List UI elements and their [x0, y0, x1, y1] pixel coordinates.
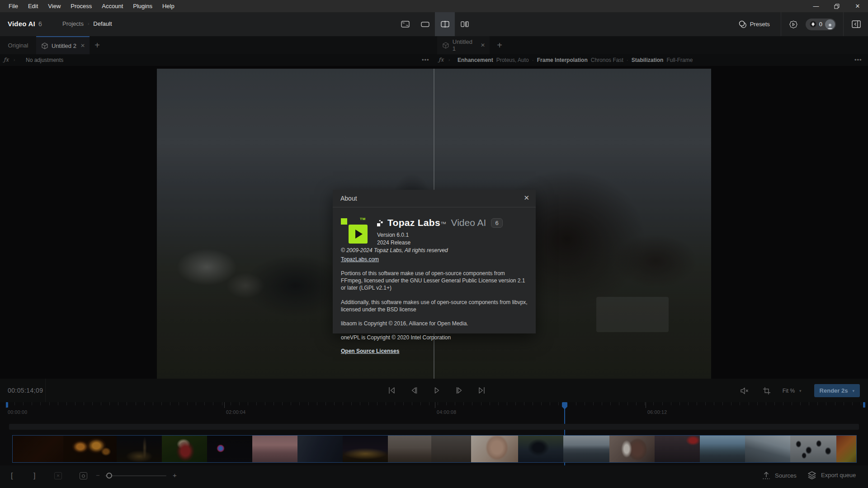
user-icon: [826, 23, 834, 29]
about-dialog-body: TM Topaz Labs TM Video AI 6 Version 6.0.…: [333, 207, 536, 355]
view-mode-fullscreen-button[interactable]: [395, 12, 415, 36]
side-by-side-view-icon: [461, 21, 469, 27]
topaz-logo: TM: [341, 217, 368, 244]
panel-toggle-icon: [852, 20, 861, 28]
restore-button[interactable]: [826, 0, 847, 12]
menu-view[interactable]: View: [43, 0, 66, 12]
presets-icon: [739, 20, 746, 28]
gear-icon: [789, 20, 797, 28]
version-line: Version 6.0.1: [341, 231, 528, 239]
logo-square-small: [341, 218, 347, 225]
app-title: Video AI: [8, 20, 35, 28]
minimize-button[interactable]: —: [806, 0, 826, 12]
menu-account[interactable]: Account: [97, 0, 128, 12]
view-mode-side-by-side-button[interactable]: [455, 12, 475, 36]
license-paragraph: Additionally, this software makes use of…: [341, 299, 528, 313]
license-paragraph: Portions of this software make use of op…: [341, 270, 528, 292]
view-mode-toggles: [395, 12, 475, 36]
breadcrumb-projects[interactable]: Projects: [62, 20, 84, 27]
logo-tm-label: TM: [360, 217, 366, 221]
brand-trademark: TM: [441, 221, 446, 225]
license-paragraph: libaom is Copyright © 2016, Alliance for…: [341, 320, 528, 327]
view-mode-single-button[interactable]: [415, 12, 435, 36]
menu-process[interactable]: Process: [66, 0, 97, 12]
breadcrumb: Projects › Default: [62, 20, 112, 27]
brand-row: Topaz Labs TM Video AI 6: [377, 217, 528, 228]
breadcrumb-separator: ›: [88, 21, 89, 26]
about-dialog: About ✕ TM Topaz Labs TM Video AI 6 Vers…: [333, 190, 536, 333]
restore-icon: [834, 4, 840, 9]
fullscreen-view-icon: [401, 21, 410, 28]
app-version: 6: [38, 20, 42, 28]
about-dialog-title: About: [340, 195, 357, 202]
split-view-icon: [441, 21, 449, 28]
menu-help[interactable]: Help: [157, 0, 179, 12]
play-triangle-icon: [355, 230, 363, 239]
copyright-line: © 2009-2024 Topaz Labs, All rights reser…: [341, 247, 528, 254]
about-dialog-header: About ✕: [333, 190, 536, 207]
app-header: Video AI 6 Projects › Default: [0, 12, 868, 36]
logo-square-play: [349, 225, 368, 244]
menu-plugins[interactable]: Plugins: [128, 0, 157, 12]
avatar[interactable]: [825, 19, 835, 29]
presets-button[interactable]: Presets: [739, 20, 770, 28]
credits-pill[interactable]: 0: [806, 19, 836, 30]
presets-label: Presets: [750, 21, 770, 28]
settings-button[interactable]: [789, 20, 797, 28]
credits-count: 0: [819, 21, 822, 28]
view-mode-split-button[interactable]: [435, 12, 455, 36]
product-name: Video AI: [451, 217, 486, 228]
license-paragraph: oneVPL is Copyright © 2020 Intel Corpora…: [341, 334, 528, 341]
topazlabs-link[interactable]: TopazLabs.com: [341, 256, 379, 263]
breadcrumb-current[interactable]: Default: [93, 20, 112, 27]
release-line: 2024 Release: [341, 239, 528, 247]
close-button[interactable]: ✕: [847, 0, 868, 12]
brand-name: Topaz Labs: [387, 217, 440, 228]
menu-edit[interactable]: Edit: [23, 0, 43, 12]
version-badge: 6: [491, 218, 502, 228]
menu-file[interactable]: File: [4, 0, 23, 12]
about-close-icon[interactable]: ✕: [524, 194, 529, 202]
menu-bar: File Edit View Process Account Plugins H…: [0, 0, 868, 12]
topaz-pixel-mark-icon: [377, 220, 384, 226]
header-right-controls: Presets 0: [739, 12, 868, 36]
open-source-licenses-link[interactable]: Open Source Licenses: [341, 348, 399, 354]
header-separator: [843, 12, 844, 36]
credits-icon: [810, 21, 816, 28]
header-separator: [781, 12, 781, 36]
window-controls: — ✕: [806, 0, 868, 12]
single-view-icon: [421, 22, 429, 27]
side-panel-toggle-button[interactable]: [852, 20, 861, 28]
